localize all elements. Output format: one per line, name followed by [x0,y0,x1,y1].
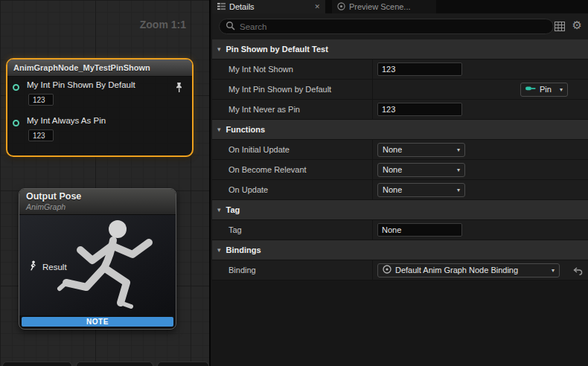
dropdown-value: Default Anim Graph Node Binding [395,266,518,274]
graph-node-output-pose[interactable]: Output Pose AnimGraph [19,188,176,330]
offscreen-node [157,362,209,366]
chevron-down-icon: ▾ [560,86,563,93]
node-body: Result [19,215,176,315]
node-title: Output Pose [26,191,169,202]
row-my-int-pin-shown-by-default: My Int Pin Shown by Default Pin ▾ [212,80,588,100]
row-my-int-never-as-pin: My Int Never as Pin [212,100,588,120]
chevron-down-icon: ▾ [217,246,221,254]
pin-mode-dropdown[interactable]: Pin ▾ [520,83,568,97]
node-title: AnimGraphNode_MyTestPinShown [7,60,192,77]
on-initial-update-dropdown[interactable]: None ▾ [377,143,465,157]
tag-input[interactable] [377,223,462,237]
my-int-not-shown-input[interactable] [377,62,462,76]
row-on-initial-update: On Initial Update None ▾ [212,140,588,160]
row-on-update: On Update None ▾ [212,180,588,200]
dropdown-value: Pin [540,85,552,94]
animgraph-canvas[interactable]: Zoom 1:1 AnimGraphNode_MyTestPinShown My… [0,0,211,366]
row-binding: Binding Default Anim Graph Node Binding … [212,260,588,280]
tab-label: Preview Scene... [349,2,411,11]
property-label: On Become Relevant [212,160,372,179]
chevron-down-icon: ▾ [552,267,555,274]
dropdown-value: None [383,145,402,154]
row-on-become-relevant: On Become Relevant None ▾ [212,160,588,180]
chevron-down-icon: ▾ [457,147,460,153]
tab-bar: Details ✕ Preview Scene... [212,0,588,13]
pin-value-field[interactable]: 123 [28,94,54,106]
category-title: Pin Shown by Default Test [226,45,328,54]
on-update-dropdown[interactable]: None ▾ [377,183,465,197]
property-label: Tag [212,220,372,240]
details-tab-icon [217,2,226,12]
close-icon[interactable]: ✕ [314,3,320,10]
chevron-down-icon: ▾ [217,206,221,214]
pin-label: My Int Pin Shown By Default [27,80,135,89]
search-icon [226,20,235,33]
chevron-down-icon: ▾ [457,167,460,173]
pushpin-icon[interactable] [175,82,183,96]
property-matrix-icon[interactable] [555,21,565,34]
tab-label: Details [229,2,255,11]
details-panel: Details ✕ Preview Scene... ⚙ [212,0,588,366]
property-label: My Int Pin Shown by Default [212,80,372,99]
int-pin-icon[interactable] [13,120,19,126]
search-box[interactable] [219,19,554,34]
property-label: On Initial Update [212,140,372,159]
category-title: Functions [226,125,266,134]
category-bindings[interactable]: ▾ Bindings [212,240,588,260]
property-list: ▾ Pin Shown by Default Test My Int Not S… [212,39,588,280]
mannequin-figure [51,216,176,320]
tab-details[interactable]: Details ✕ [212,0,325,13]
tab-preview-scene[interactable]: Preview Scene... [332,0,436,13]
offscreen-node [2,362,72,366]
unreal-editor-window: Zoom 1:1 AnimGraphNode_MyTestPinShown My… [0,0,588,366]
dropdown-value: None [383,185,402,194]
pin-icon [525,85,536,94]
zoom-level-label: Zoom 1:1 [140,19,186,30]
reset-to-default-icon[interactable] [573,266,583,279]
property-label: My Int Not Shown [212,60,372,79]
binding-dropdown[interactable]: Default Anim Graph Node Binding ▾ [377,263,560,277]
pin-value-field[interactable]: 123 [28,129,54,141]
row-my-int-not-shown: My Int Not Shown [212,60,588,80]
binding-icon [383,265,392,275]
result-pin-label: Result [42,263,67,272]
details-toolbar: ⚙ [212,13,588,39]
dropdown-value: None [383,165,402,174]
category-title: Bindings [226,245,261,254]
category-title: Tag [226,205,240,214]
chevron-down-icon: ▾ [217,126,221,133]
category-functions[interactable]: ▾ Functions [212,120,588,140]
pin-label: My Int Always As Pin [27,116,106,125]
row-tag: Tag [212,220,588,240]
preview-scene-tab-icon [337,2,345,12]
property-label: On Update [212,180,372,199]
int-pin-icon[interactable] [13,84,19,91]
category-pin-shown-by-default-test[interactable]: ▾ Pin Shown by Default Test [212,39,588,60]
on-become-relevant-dropdown[interactable]: None ▾ [377,163,465,177]
offscreen-node [76,362,153,366]
gear-icon[interactable]: ⚙ [572,19,582,32]
search-input[interactable] [240,22,547,31]
pose-pin-icon[interactable] [28,260,37,274]
node-header: Output Pose AnimGraph [19,189,176,215]
node-subtitle: AnimGraph [26,202,169,211]
chevron-down-icon: ▾ [217,45,221,53]
property-label: Binding [212,260,372,280]
graph-node-mytestpinshown[interactable]: AnimGraphNode_MyTestPinShown My Int Pin … [6,58,194,157]
chevron-down-icon: ▾ [457,187,460,193]
category-tag[interactable]: ▾ Tag [212,200,588,220]
note-banner[interactable]: NOTE [22,317,173,327]
my-int-never-as-pin-input[interactable] [377,103,462,116]
property-label: My Int Never as Pin [212,100,372,119]
